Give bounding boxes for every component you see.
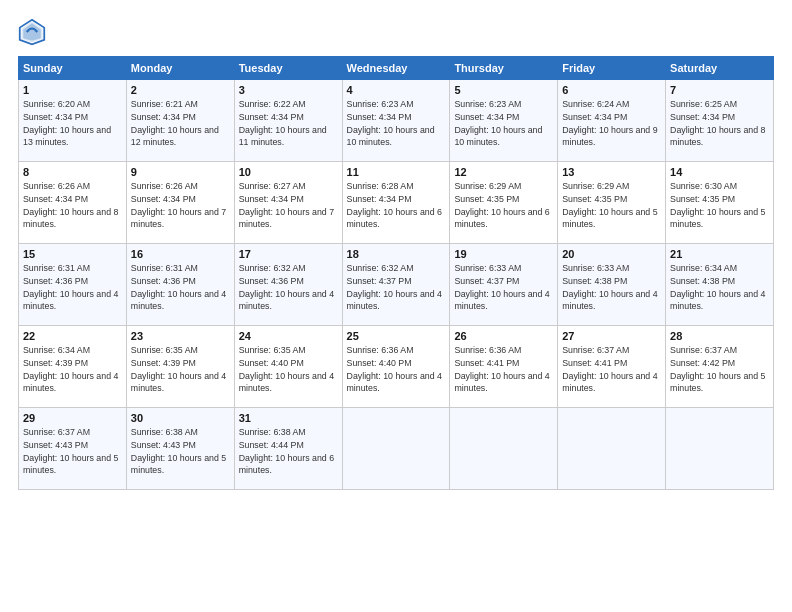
daylight-text: Daylight: 10 hours and 8 minutes.: [670, 124, 769, 150]
daylight-text: Daylight: 10 hours and 7 minutes.: [239, 206, 338, 232]
calendar-header: SundayMondayTuesdayWednesdayThursdayFrid…: [19, 57, 774, 80]
calendar-cell: 22 Sunrise: 6:34 AM Sunset: 4:39 PM Dayl…: [19, 326, 127, 408]
sunrise-text: Sunrise: 6:32 AM: [239, 262, 338, 275]
daylight-text: Daylight: 10 hours and 4 minutes.: [23, 370, 122, 396]
daylight-text: Daylight: 10 hours and 4 minutes.: [239, 288, 338, 314]
day-detail: Sunrise: 6:33 AM Sunset: 4:38 PM Dayligh…: [562, 262, 661, 313]
day-detail: Sunrise: 6:37 AM Sunset: 4:41 PM Dayligh…: [562, 344, 661, 395]
daylight-text: Daylight: 10 hours and 6 minutes.: [239, 452, 338, 478]
daylight-text: Daylight: 10 hours and 6 minutes.: [347, 206, 446, 232]
daylight-text: Daylight: 10 hours and 8 minutes.: [23, 206, 122, 232]
sunrise-text: Sunrise: 6:34 AM: [23, 344, 122, 357]
sunrise-text: Sunrise: 6:36 AM: [347, 344, 446, 357]
calendar-cell: 25 Sunrise: 6:36 AM Sunset: 4:40 PM Dayl…: [342, 326, 450, 408]
header-row: SundayMondayTuesdayWednesdayThursdayFrid…: [19, 57, 774, 80]
sunset-text: Sunset: 4:41 PM: [562, 357, 661, 370]
sunrise-text: Sunrise: 6:33 AM: [562, 262, 661, 275]
header-day-saturday: Saturday: [666, 57, 774, 80]
day-detail: Sunrise: 6:29 AM Sunset: 4:35 PM Dayligh…: [454, 180, 553, 231]
day-number: 29: [23, 412, 122, 424]
day-detail: Sunrise: 6:23 AM Sunset: 4:34 PM Dayligh…: [454, 98, 553, 149]
day-detail: Sunrise: 6:38 AM Sunset: 4:43 PM Dayligh…: [131, 426, 230, 477]
header-day-friday: Friday: [558, 57, 666, 80]
calendar-week-2: 8 Sunrise: 6:26 AM Sunset: 4:34 PM Dayli…: [19, 162, 774, 244]
sunset-text: Sunset: 4:34 PM: [454, 111, 553, 124]
calendar-cell: 3 Sunrise: 6:22 AM Sunset: 4:34 PM Dayli…: [234, 80, 342, 162]
day-number: 8: [23, 166, 122, 178]
day-number: 12: [454, 166, 553, 178]
calendar-cell: [342, 408, 450, 490]
sunrise-text: Sunrise: 6:37 AM: [23, 426, 122, 439]
sunset-text: Sunset: 4:34 PM: [131, 111, 230, 124]
day-number: 20: [562, 248, 661, 260]
sunrise-text: Sunrise: 6:28 AM: [347, 180, 446, 193]
sunset-text: Sunset: 4:36 PM: [131, 275, 230, 288]
calendar-cell: 7 Sunrise: 6:25 AM Sunset: 4:34 PM Dayli…: [666, 80, 774, 162]
daylight-text: Daylight: 10 hours and 5 minutes.: [670, 370, 769, 396]
calendar-cell: 30 Sunrise: 6:38 AM Sunset: 4:43 PM Dayl…: [126, 408, 234, 490]
sunrise-text: Sunrise: 6:37 AM: [562, 344, 661, 357]
day-number: 2: [131, 84, 230, 96]
calendar-cell: 28 Sunrise: 6:37 AM Sunset: 4:42 PM Dayl…: [666, 326, 774, 408]
day-number: 11: [347, 166, 446, 178]
day-number: 24: [239, 330, 338, 342]
sunset-text: Sunset: 4:39 PM: [131, 357, 230, 370]
day-number: 26: [454, 330, 553, 342]
daylight-text: Daylight: 10 hours and 4 minutes.: [131, 288, 230, 314]
sunset-text: Sunset: 4:38 PM: [670, 275, 769, 288]
day-detail: Sunrise: 6:34 AM Sunset: 4:39 PM Dayligh…: [23, 344, 122, 395]
header-day-monday: Monday: [126, 57, 234, 80]
day-detail: Sunrise: 6:32 AM Sunset: 4:36 PM Dayligh…: [239, 262, 338, 313]
sunset-text: Sunset: 4:34 PM: [562, 111, 661, 124]
calendar-cell: 8 Sunrise: 6:26 AM Sunset: 4:34 PM Dayli…: [19, 162, 127, 244]
sunrise-text: Sunrise: 6:35 AM: [131, 344, 230, 357]
daylight-text: Daylight: 10 hours and 10 minutes.: [347, 124, 446, 150]
day-detail: Sunrise: 6:26 AM Sunset: 4:34 PM Dayligh…: [23, 180, 122, 231]
day-number: 14: [670, 166, 769, 178]
sunrise-text: Sunrise: 6:22 AM: [239, 98, 338, 111]
sunrise-text: Sunrise: 6:34 AM: [670, 262, 769, 275]
day-detail: Sunrise: 6:36 AM Sunset: 4:41 PM Dayligh…: [454, 344, 553, 395]
calendar-cell: 24 Sunrise: 6:35 AM Sunset: 4:40 PM Dayl…: [234, 326, 342, 408]
sunrise-text: Sunrise: 6:26 AM: [23, 180, 122, 193]
sunrise-text: Sunrise: 6:36 AM: [454, 344, 553, 357]
daylight-text: Daylight: 10 hours and 7 minutes.: [131, 206, 230, 232]
sunset-text: Sunset: 4:34 PM: [23, 193, 122, 206]
day-number: 7: [670, 84, 769, 96]
sunrise-text: Sunrise: 6:26 AM: [131, 180, 230, 193]
logo: [18, 18, 50, 46]
daylight-text: Daylight: 10 hours and 9 minutes.: [562, 124, 661, 150]
daylight-text: Daylight: 10 hours and 10 minutes.: [454, 124, 553, 150]
daylight-text: Daylight: 10 hours and 4 minutes.: [131, 370, 230, 396]
calendar-week-1: 1 Sunrise: 6:20 AM Sunset: 4:34 PM Dayli…: [19, 80, 774, 162]
sunset-text: Sunset: 4:37 PM: [347, 275, 446, 288]
day-detail: Sunrise: 6:37 AM Sunset: 4:42 PM Dayligh…: [670, 344, 769, 395]
calendar-cell: 9 Sunrise: 6:26 AM Sunset: 4:34 PM Dayli…: [126, 162, 234, 244]
sunset-text: Sunset: 4:37 PM: [454, 275, 553, 288]
header-day-sunday: Sunday: [19, 57, 127, 80]
calendar-cell: 15 Sunrise: 6:31 AM Sunset: 4:36 PM Dayl…: [19, 244, 127, 326]
day-detail: Sunrise: 6:32 AM Sunset: 4:37 PM Dayligh…: [347, 262, 446, 313]
day-detail: Sunrise: 6:29 AM Sunset: 4:35 PM Dayligh…: [562, 180, 661, 231]
sunset-text: Sunset: 4:35 PM: [670, 193, 769, 206]
sunset-text: Sunset: 4:34 PM: [131, 193, 230, 206]
sunrise-text: Sunrise: 6:20 AM: [23, 98, 122, 111]
sunset-text: Sunset: 4:35 PM: [562, 193, 661, 206]
daylight-text: Daylight: 10 hours and 4 minutes.: [454, 370, 553, 396]
day-detail: Sunrise: 6:36 AM Sunset: 4:40 PM Dayligh…: [347, 344, 446, 395]
day-number: 18: [347, 248, 446, 260]
sunrise-text: Sunrise: 6:38 AM: [239, 426, 338, 439]
day-number: 16: [131, 248, 230, 260]
day-detail: Sunrise: 6:27 AM Sunset: 4:34 PM Dayligh…: [239, 180, 338, 231]
day-detail: Sunrise: 6:21 AM Sunset: 4:34 PM Dayligh…: [131, 98, 230, 149]
day-number: 31: [239, 412, 338, 424]
day-detail: Sunrise: 6:22 AM Sunset: 4:34 PM Dayligh…: [239, 98, 338, 149]
sunset-text: Sunset: 4:34 PM: [23, 111, 122, 124]
daylight-text: Daylight: 10 hours and 6 minutes.: [454, 206, 553, 232]
sunrise-text: Sunrise: 6:24 AM: [562, 98, 661, 111]
calendar-cell: 11 Sunrise: 6:28 AM Sunset: 4:34 PM Dayl…: [342, 162, 450, 244]
day-number: 1: [23, 84, 122, 96]
daylight-text: Daylight: 10 hours and 4 minutes.: [454, 288, 553, 314]
header-day-wednesday: Wednesday: [342, 57, 450, 80]
calendar-cell: 12 Sunrise: 6:29 AM Sunset: 4:35 PM Dayl…: [450, 162, 558, 244]
